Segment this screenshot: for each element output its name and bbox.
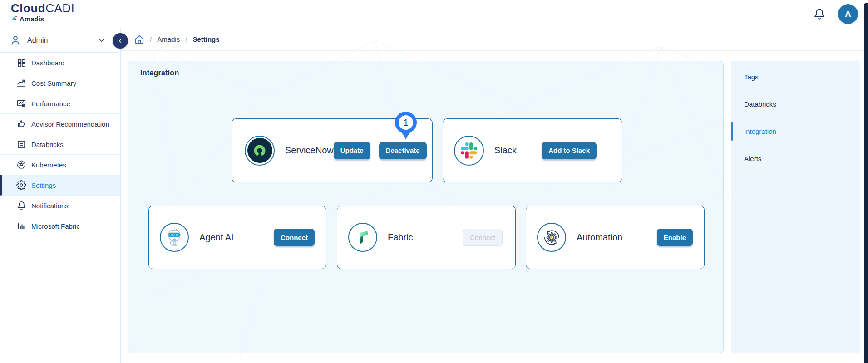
sidebar-item-settings[interactable]: Settings bbox=[0, 175, 120, 196]
servicenow-icon bbox=[245, 136, 275, 166]
breadcrumb: / Amadis / Settings bbox=[121, 28, 868, 51]
connect-button[interactable]: Connect bbox=[274, 229, 315, 246]
tab-tags[interactable]: Tags bbox=[731, 63, 860, 90]
databricks-crate-icon bbox=[16, 139, 26, 149]
agent-ai-robot-icon bbox=[160, 223, 189, 252]
breadcrumb-separator: / bbox=[150, 35, 152, 43]
breadcrumb-amadis[interactable]: Amadis bbox=[157, 35, 180, 43]
card-name: Slack bbox=[494, 145, 517, 156]
sidebar-item-cost-summary[interactable]: Cost Summary bbox=[0, 73, 120, 93]
panel-title: Integration bbox=[140, 69, 179, 77]
sidebar-item-databricks[interactable]: Databricks bbox=[0, 134, 120, 155]
profile-dropdown[interactable]: Admin bbox=[0, 28, 120, 53]
breadcrumb-separator: / bbox=[185, 35, 187, 43]
amadis-brand-text: Amadis bbox=[20, 15, 44, 23]
connect-button-disabled: Connect bbox=[463, 229, 503, 246]
sidebar-item-dashboard[interactable]: Dashboard bbox=[0, 53, 120, 73]
slack-icon bbox=[454, 136, 484, 166]
integration-panel: Integration ServiceNow Update Deactivate bbox=[128, 61, 724, 353]
performance-monitor-icon bbox=[16, 98, 26, 108]
dashboard-grid-icon bbox=[16, 58, 26, 68]
bell-icon bbox=[16, 201, 26, 211]
update-button[interactable]: Update bbox=[334, 142, 370, 159]
person-icon bbox=[10, 35, 21, 46]
sidebar-item-advisor-recommendation[interactable]: Advisor Recommendation bbox=[0, 114, 120, 134]
breadcrumb-settings: Settings bbox=[192, 35, 219, 43]
sidebar-item-performance[interactable]: Performance bbox=[0, 93, 120, 114]
sidebar-collapse-button[interactable] bbox=[113, 33, 128, 49]
kubernetes-helm-icon bbox=[16, 160, 26, 170]
sidebar-item-microsoft-fabric[interactable]: Microsoft Fabric bbox=[0, 216, 120, 236]
add-to-slack-button[interactable]: Add to Slack bbox=[542, 142, 597, 159]
line-chart-icon bbox=[16, 78, 26, 88]
fabric-card: Fabric Connect bbox=[337, 206, 516, 269]
thumbs-up-icon bbox=[16, 119, 26, 129]
step-marker-pin: 1 bbox=[392, 111, 419, 142]
tab-databricks[interactable]: Databricks bbox=[731, 90, 860, 118]
window-scrollbar[interactable] bbox=[864, 3, 868, 363]
main-content: / Amadis / Settings Integration ServiceN… bbox=[121, 28, 868, 363]
fabric-icon bbox=[348, 223, 377, 252]
automation-card: Automation Enable bbox=[526, 206, 705, 269]
settings-tabs-panel: Tags Databricks Integration Alerts bbox=[731, 61, 860, 353]
agent-ai-card: Agent AI Connect bbox=[148, 206, 326, 269]
card-name: Agent AI bbox=[199, 232, 234, 243]
tab-integration[interactable]: Integration bbox=[731, 118, 860, 145]
notifications-bell-icon[interactable] bbox=[813, 7, 826, 21]
step-marker-number: 1 bbox=[403, 118, 408, 128]
cloudcadi-logo-text: CloudCADI bbox=[11, 1, 74, 15]
sidebar-item-kubernetes[interactable]: Kubernetes bbox=[0, 155, 120, 175]
gear-icon bbox=[16, 180, 26, 190]
home-icon[interactable] bbox=[134, 34, 144, 44]
profile-name: Admin bbox=[27, 36, 48, 44]
amadis-logo-icon bbox=[11, 15, 18, 22]
card-name: ServiceNow bbox=[285, 145, 334, 156]
tab-alerts[interactable]: Alerts bbox=[731, 145, 860, 172]
chevron-left-icon bbox=[117, 38, 123, 44]
chevron-down-icon[interactable] bbox=[98, 36, 106, 44]
enable-button[interactable]: Enable bbox=[657, 229, 693, 246]
deactivate-button[interactable]: Deactivate bbox=[379, 142, 427, 159]
card-name: Automation bbox=[577, 232, 622, 243]
bar-chart-icon bbox=[16, 221, 26, 231]
user-avatar[interactable]: A bbox=[838, 4, 858, 24]
automation-gear-icon bbox=[537, 223, 566, 252]
slack-card: Slack Add to Slack bbox=[443, 118, 622, 182]
left-sidebar: Admin Dashboard Cost Summary bbox=[0, 28, 121, 363]
app-logo: CloudCADI Amadis bbox=[11, 1, 74, 23]
sidebar-item-notifications[interactable]: Notifications bbox=[0, 196, 120, 216]
app-header: CloudCADI Amadis A bbox=[0, 0, 868, 28]
card-name: Fabric bbox=[388, 232, 413, 243]
